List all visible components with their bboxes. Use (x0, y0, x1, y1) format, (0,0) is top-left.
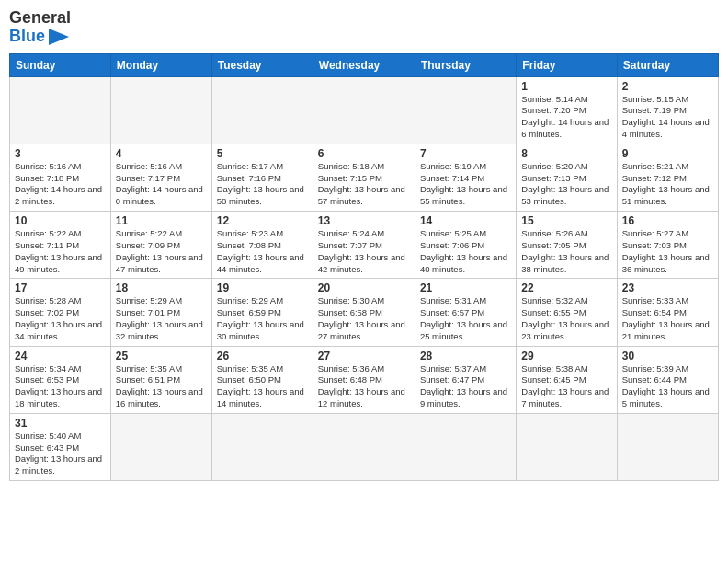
calendar-cell: 28Sunrise: 5:37 AM Sunset: 6:47 PM Dayli… (415, 346, 516, 413)
weekday-wednesday: Wednesday (313, 53, 415, 76)
day-info: Sunrise: 5:27 AM Sunset: 7:03 PM Dayligh… (622, 228, 713, 275)
day-number: 23 (622, 282, 713, 294)
calendar-cell: 5Sunrise: 5:17 AM Sunset: 7:16 PM Daylig… (211, 144, 313, 211)
calendar-cell: 29Sunrise: 5:38 AM Sunset: 6:45 PM Dayli… (517, 346, 617, 413)
day-info: Sunrise: 5:19 AM Sunset: 7:14 PM Dayligh… (420, 161, 511, 208)
day-info: Sunrise: 5:35 AM Sunset: 6:50 PM Dayligh… (217, 363, 308, 410)
day-number: 15 (521, 214, 611, 227)
day-number: 24 (15, 350, 106, 362)
day-number: 10 (15, 214, 106, 227)
calendar-cell: 3Sunrise: 5:16 AM Sunset: 7:18 PM Daylig… (10, 144, 111, 211)
weekday-sunday: Sunday (10, 53, 111, 76)
day-info: Sunrise: 5:21 AM Sunset: 7:12 PM Dayligh… (622, 161, 713, 208)
calendar-cell (313, 76, 415, 144)
day-info: Sunrise: 5:16 AM Sunset: 7:17 PM Dayligh… (116, 161, 207, 208)
day-info: Sunrise: 5:39 AM Sunset: 6:44 PM Dayligh… (622, 363, 713, 410)
day-info: Sunrise: 5:17 AM Sunset: 7:16 PM Dayligh… (217, 161, 308, 208)
day-number: 21 (420, 282, 511, 294)
calendar-cell (211, 76, 313, 144)
weekday-friday: Friday (517, 53, 617, 76)
calendar-cell (313, 413, 415, 480)
calendar-cell (10, 76, 111, 144)
calendar-cell (617, 413, 718, 480)
calendar-cell: 6Sunrise: 5:18 AM Sunset: 7:15 PM Daylig… (313, 144, 415, 211)
day-number: 27 (318, 350, 410, 362)
calendar-cell: 9Sunrise: 5:21 AM Sunset: 7:12 PM Daylig… (617, 144, 718, 211)
calendar-cell: 1Sunrise: 5:14 AM Sunset: 7:20 PM Daylig… (517, 76, 617, 144)
calendar-cell: 17Sunrise: 5:28 AM Sunset: 7:02 PM Dayli… (10, 279, 111, 346)
calendar-cell: 25Sunrise: 5:35 AM Sunset: 6:51 PM Dayli… (110, 346, 211, 413)
day-info: Sunrise: 5:38 AM Sunset: 6:45 PM Dayligh… (521, 363, 611, 410)
day-info: Sunrise: 5:20 AM Sunset: 7:13 PM Dayligh… (521, 161, 611, 208)
calendar-cell: 31Sunrise: 5:40 AM Sunset: 6:43 PM Dayli… (10, 413, 111, 480)
day-info: Sunrise: 5:15 AM Sunset: 7:19 PM Dayligh… (622, 94, 713, 141)
day-info: Sunrise: 5:16 AM Sunset: 7:18 PM Dayligh… (15, 161, 106, 208)
logo-container: General Blue (9, 9, 71, 46)
day-info: Sunrise: 5:22 AM Sunset: 7:11 PM Dayligh… (15, 228, 106, 275)
calendar-cell: 7Sunrise: 5:19 AM Sunset: 7:14 PM Daylig… (415, 144, 516, 211)
day-number: 19 (217, 282, 308, 294)
day-number: 12 (217, 214, 308, 227)
calendar-week-5: 24Sunrise: 5:34 AM Sunset: 6:53 PM Dayli… (10, 346, 719, 413)
day-number: 13 (318, 214, 410, 227)
day-number: 11 (116, 214, 207, 227)
calendar-cell: 4Sunrise: 5:16 AM Sunset: 7:17 PM Daylig… (110, 144, 211, 211)
day-number: 28 (420, 350, 511, 362)
svg-marker-0 (49, 29, 69, 45)
day-info: Sunrise: 5:26 AM Sunset: 7:05 PM Dayligh… (521, 228, 611, 275)
calendar-cell: 23Sunrise: 5:33 AM Sunset: 6:54 PM Dayli… (617, 279, 718, 346)
calendar-week-3: 10Sunrise: 5:22 AM Sunset: 7:11 PM Dayli… (10, 212, 719, 279)
day-number: 26 (217, 350, 308, 362)
weekday-saturday: Saturday (617, 53, 718, 76)
calendar-cell (517, 413, 617, 480)
day-info: Sunrise: 5:23 AM Sunset: 7:08 PM Dayligh… (217, 228, 308, 275)
calendar-table: SundayMondayTuesdayWednesdayThursdayFrid… (9, 53, 719, 482)
day-number: 25 (116, 350, 207, 362)
calendar-cell (415, 413, 516, 480)
day-info: Sunrise: 5:29 AM Sunset: 7:01 PM Dayligh… (116, 295, 207, 342)
day-number: 17 (15, 282, 106, 294)
calendar-cell: 16Sunrise: 5:27 AM Sunset: 7:03 PM Dayli… (617, 212, 718, 279)
day-number: 1 (521, 80, 611, 93)
day-number: 5 (217, 147, 308, 160)
weekday-monday: Monday (110, 53, 211, 76)
logo: General Blue (9, 9, 71, 46)
day-number: 9 (622, 147, 713, 160)
calendar-cell (415, 76, 516, 144)
calendar-cell: 14Sunrise: 5:25 AM Sunset: 7:06 PM Dayli… (415, 212, 516, 279)
day-info: Sunrise: 5:40 AM Sunset: 6:43 PM Dayligh… (15, 431, 106, 477)
calendar-week-2: 3Sunrise: 5:16 AM Sunset: 7:18 PM Daylig… (10, 144, 719, 211)
calendar-cell (110, 76, 211, 144)
day-number: 8 (521, 147, 611, 160)
calendar-cell: 30Sunrise: 5:39 AM Sunset: 6:44 PM Dayli… (617, 346, 718, 413)
calendar-cell: 11Sunrise: 5:22 AM Sunset: 7:09 PM Dayli… (110, 212, 211, 279)
logo-triangle-icon (49, 29, 69, 45)
day-info: Sunrise: 5:22 AM Sunset: 7:09 PM Dayligh… (116, 228, 207, 275)
day-info: Sunrise: 5:24 AM Sunset: 7:07 PM Dayligh… (318, 228, 410, 275)
day-info: Sunrise: 5:18 AM Sunset: 7:15 PM Dayligh… (318, 161, 410, 208)
day-number: 31 (15, 417, 106, 430)
calendar-cell: 21Sunrise: 5:31 AM Sunset: 6:57 PM Dayli… (415, 279, 516, 346)
day-number: 20 (318, 282, 410, 294)
calendar-cell (110, 413, 211, 480)
day-info: Sunrise: 5:29 AM Sunset: 6:59 PM Dayligh… (217, 295, 308, 342)
day-number: 6 (318, 147, 410, 160)
calendar-cell (211, 413, 313, 480)
calendar-cell: 20Sunrise: 5:30 AM Sunset: 6:58 PM Dayli… (313, 279, 415, 346)
calendar-cell: 13Sunrise: 5:24 AM Sunset: 7:07 PM Dayli… (313, 212, 415, 279)
calendar-cell: 22Sunrise: 5:32 AM Sunset: 6:55 PM Dayli… (517, 279, 617, 346)
calendar-week-1: 1Sunrise: 5:14 AM Sunset: 7:20 PM Daylig… (10, 76, 719, 144)
day-number: 18 (116, 282, 207, 294)
day-number: 7 (420, 147, 511, 160)
calendar-week-4: 17Sunrise: 5:28 AM Sunset: 7:02 PM Dayli… (10, 279, 719, 346)
day-number: 4 (116, 147, 207, 160)
logo-blue: Blue (9, 28, 45, 46)
day-number: 30 (622, 350, 713, 362)
day-info: Sunrise: 5:33 AM Sunset: 6:54 PM Dayligh… (622, 295, 713, 342)
weekday-tuesday: Tuesday (211, 53, 313, 76)
calendar-cell: 10Sunrise: 5:22 AM Sunset: 7:11 PM Dayli… (10, 212, 111, 279)
day-info: Sunrise: 5:36 AM Sunset: 6:48 PM Dayligh… (318, 363, 410, 410)
day-number: 2 (622, 80, 713, 93)
day-info: Sunrise: 5:32 AM Sunset: 6:55 PM Dayligh… (521, 295, 611, 342)
calendar-cell: 19Sunrise: 5:29 AM Sunset: 6:59 PM Dayli… (211, 279, 313, 346)
